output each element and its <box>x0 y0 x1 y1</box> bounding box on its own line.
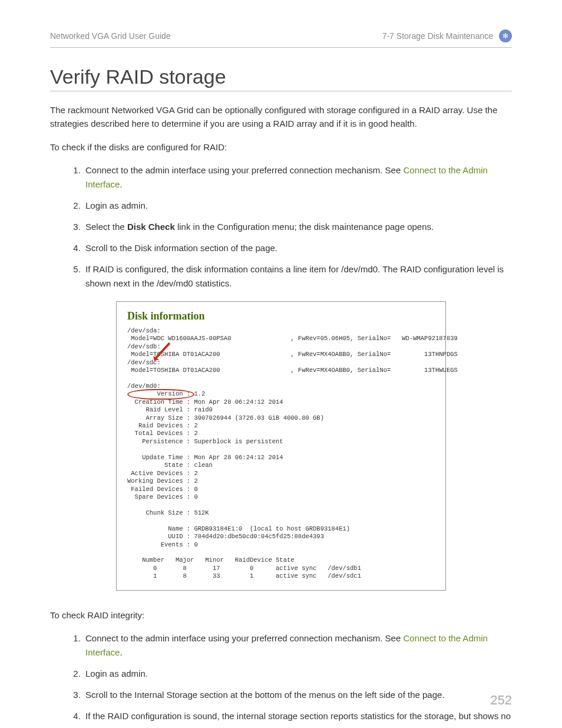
list-item: Login as admin. <box>83 667 512 681</box>
step3-text-c: link in the Configuration menu; the disk… <box>175 222 434 232</box>
header-badge-icon: ✻ <box>499 29 512 42</box>
disk-info-heading: Disk information <box>127 310 435 322</box>
disk-info-screenshot: Disk information /dev/sda: Model=WDC WD1… <box>116 301 446 591</box>
page-header: Networked VGA Grid User Guide 7-7 Storag… <box>50 29 512 42</box>
page-title: Verify RAID storage <box>50 65 512 88</box>
intro-paragraph: The rackmount Networked VGA Grid can be … <box>50 103 512 131</box>
integrity-lead: To check RAID integrity: <box>50 608 512 622</box>
list-item: Login as admin. <box>83 199 512 213</box>
list-item: Connect to the admin interface using you… <box>83 163 512 192</box>
list-item: Select the Disk Check link in the Config… <box>83 220 512 234</box>
title-divider <box>50 91 512 91</box>
list-item: Scroll to the Disk information section o… <box>83 241 512 255</box>
steps-list-1: Connect to the admin interface using you… <box>50 163 512 291</box>
list-item: If RAID is configured, the disk informat… <box>83 262 512 291</box>
page-number: 252 <box>490 693 512 708</box>
steps-list-2: Connect to the admin interface using you… <box>50 631 512 728</box>
step2-1-text-a: Connect to the admin interface using you… <box>85 633 403 643</box>
step3-bold: Disk Check <box>127 222 175 232</box>
step1-text-b: . <box>120 179 122 189</box>
list-item: Connect to the admin interface using you… <box>83 631 512 660</box>
annotation-arrow-icon <box>152 342 176 365</box>
list-item: If the RAID configuration is sound, the … <box>83 709 512 728</box>
annotation-circle-icon <box>127 389 194 400</box>
header-left: Networked VGA Grid User Guide <box>50 31 171 41</box>
check-lead: To check if the disks are configured for… <box>50 140 512 154</box>
header-right: 7-7 Storage Disk Maintenance <box>382 31 493 41</box>
list-item: Scroll to the Internal Storage section a… <box>83 688 512 702</box>
step3-text-a: Select the <box>85 222 127 232</box>
header-divider <box>50 47 512 48</box>
step2-1-text-b: . <box>120 647 122 657</box>
step1-text-a: Connect to the admin interface using you… <box>85 165 403 175</box>
